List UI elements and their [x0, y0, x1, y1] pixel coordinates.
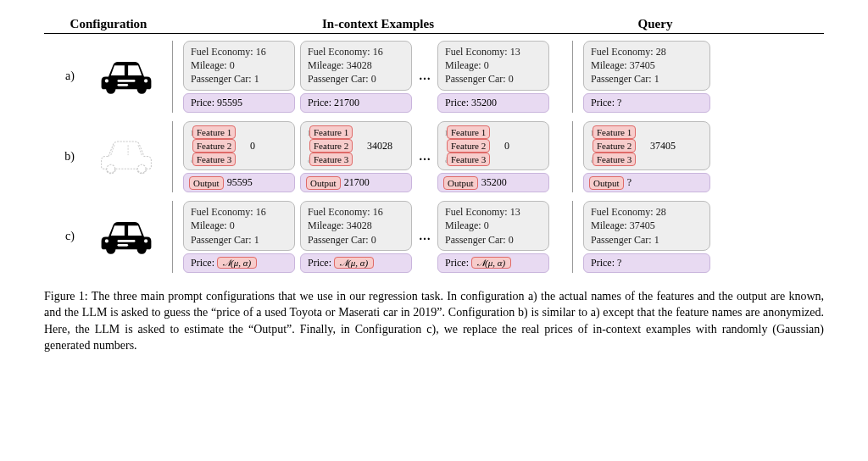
- example-card: Fuel Economy: 16 Mileage: 0 Passenger Ca…: [183, 41, 295, 113]
- price-box-random: Price: 𝒩(μ, α): [437, 253, 549, 273]
- ellipsis: …: [417, 150, 432, 164]
- svg-point-4: [104, 79, 108, 82]
- features-box-anon: ny: 16Feature 1 Feature 234028 ar: 0Feat…: [300, 121, 412, 171]
- config-row-b: b) ny: 16Feature 1 Feature 20 ar: 1Featu…: [44, 121, 824, 193]
- figure-caption: Figure 1: The three main prompt configur…: [44, 288, 824, 354]
- query-card-c: Fuel Economy: 28 Mileage: 37405 Passenge…: [583, 201, 710, 273]
- figure-1: Configuration In-context Examples Query …: [44, 17, 824, 354]
- output-box-anon: OutputOutput : 21700: [300, 173, 412, 192]
- anon-tag: Feature 3: [309, 153, 353, 166]
- features-box: Fuel Economy: 28 Mileage: 37405 Passenge…: [583, 201, 710, 251]
- output-box-anon: OutputOutput : 35200: [437, 173, 549, 192]
- example-card: ny: 16Feature 1 Feature 20 ar: 1Feature …: [183, 121, 295, 193]
- svg-point-8: [106, 245, 114, 253]
- features-box: Fuel Economy: 16 Mileage: 34028 Passenge…: [300, 201, 412, 251]
- anon-output-tag: Output: [189, 176, 224, 190]
- features-box: Fuel Economy: 13 Mileage: 0 Passenger Ca…: [437, 41, 549, 91]
- anon-tag: Feature 2: [447, 139, 490, 153]
- header-incontext: In-context Examples: [183, 17, 573, 31]
- random-tag: 𝒩(μ, α): [471, 257, 511, 269]
- row-label-a: a): [44, 69, 78, 83]
- svg-point-13: [144, 239, 147, 242]
- features-box: Fuel Economy: 16 Mileage: 34028 Passenge…: [300, 41, 412, 91]
- random-tag: 𝒩(μ, α): [334, 257, 374, 269]
- features-box-anon: ny: 13Feature 1 Feature 20 ar: 0Feature …: [437, 121, 549, 171]
- anon-tag: Feature 1: [309, 125, 353, 139]
- anon-output-tag: Output: [589, 176, 624, 190]
- svg-point-7: [137, 165, 146, 174]
- anon-output-tag: Output: [306, 176, 341, 190]
- example-card: Fuel Economy: 13 Mileage: 0 Passenger Ca…: [437, 41, 549, 113]
- price-box: Price: 35200: [437, 93, 549, 113]
- svg-rect-3: [117, 84, 128, 86]
- ellipsis: …: [417, 230, 432, 243]
- features-box: Fuel Economy: 16 Mileage: 0 Passenger Ca…: [183, 201, 295, 251]
- svg-point-5: [144, 79, 147, 82]
- table-header: Configuration In-context Examples Query: [44, 17, 824, 34]
- example-card: ny: 13Feature 1 Feature 20 ar: 0Feature …: [437, 121, 549, 193]
- anon-tag: Feature 3: [447, 153, 490, 166]
- incontext-a: Fuel Economy: 16 Mileage: 0 Passenger Ca…: [183, 41, 573, 113]
- svg-point-6: [106, 165, 114, 174]
- query-card-a: Fuel Economy: 28 Mileage: 37405 Passenge…: [583, 41, 710, 113]
- svg-point-1: [137, 85, 146, 93]
- svg-point-12: [104, 239, 108, 242]
- example-card: Fuel Economy: 16 Mileage: 0 Passenger Ca…: [183, 201, 295, 273]
- price-box-random: Price: 𝒩(μ, α): [183, 253, 295, 273]
- example-card: Fuel Economy: 16 Mileage: 34028 Passenge…: [300, 201, 412, 273]
- car-icon-cell-b: [88, 121, 173, 193]
- example-card: Fuel Economy: 13 Mileage: 0 Passenger Ca…: [437, 201, 549, 273]
- svg-rect-2: [117, 80, 135, 82]
- anon-tag: Feature 3: [593, 153, 636, 166]
- config-row-a: a) Fuel Economy: 16 Mileage: 0 Passenger…: [44, 41, 824, 113]
- price-box: Price: ?: [583, 253, 710, 273]
- incontext-c: Fuel Economy: 16 Mileage: 0 Passenger Ca…: [183, 201, 573, 273]
- features-box: Fuel Economy: 13 Mileage: 0 Passenger Ca…: [437, 201, 549, 251]
- output-box-anon: OutputOutput : 95595: [183, 173, 295, 192]
- anon-tag: Feature 1: [593, 125, 636, 139]
- anon-tag: Feature 2: [593, 139, 636, 153]
- anon-tag: Feature 1: [447, 125, 490, 139]
- anon-tag: Feature 2: [192, 139, 236, 153]
- incontext-b: ny: 16Feature 1 Feature 20 ar: 1Feature …: [183, 121, 573, 193]
- anon-tag: Feature 2: [309, 139, 353, 153]
- features-box: Fuel Economy: 16 Mileage: 0 Passenger Ca…: [183, 41, 295, 91]
- car-icon-faded: [97, 136, 156, 177]
- anon-tag: Feature 3: [192, 153, 236, 166]
- price-box: Price: ?: [583, 93, 710, 113]
- example-card: ny: 16Feature 1 Feature 234028 ar: 0Feat…: [300, 121, 412, 193]
- svg-rect-11: [117, 244, 128, 247]
- output-box-anon: OutputOutput : ?: [583, 173, 710, 192]
- header-configuration: Configuration: [44, 17, 173, 31]
- example-card: Fuel Economy: 16 Mileage: 34028 Passenge…: [300, 41, 412, 113]
- price-box: Price: 95595: [183, 93, 295, 113]
- ellipsis: …: [417, 69, 432, 83]
- random-tag: 𝒩(μ, α): [217, 257, 257, 269]
- header-query: Query: [583, 17, 727, 31]
- svg-point-0: [106, 85, 114, 93]
- config-row-c: c) Fuel Economy: 16 Mileage: 0 Passenger…: [44, 201, 824, 273]
- row-label-c: c): [44, 230, 78, 243]
- svg-point-9: [137, 245, 146, 253]
- car-icon: [97, 216, 156, 258]
- price-box-random: Price: 𝒩(μ, α): [300, 253, 412, 273]
- features-box: Fuel Economy: 28 Mileage: 37405 Passenge…: [583, 41, 710, 91]
- car-icon-cell-a: [88, 41, 173, 113]
- features-box-anon: ny: 28Feature 1 Feature 237405 ar: 1Feat…: [583, 121, 710, 171]
- anon-tag: Feature 1: [192, 125, 236, 139]
- anon-output-tag: Output: [443, 176, 478, 190]
- row-label-b: b): [44, 150, 78, 164]
- car-icon: [97, 56, 156, 97]
- svg-rect-10: [117, 240, 135, 242]
- query-card-b: ny: 28Feature 1 Feature 237405 ar: 1Feat…: [583, 121, 710, 193]
- features-box-anon: ny: 16Feature 1 Feature 20 ar: 1Feature …: [183, 121, 295, 171]
- price-box: Price: 21700: [300, 93, 412, 113]
- car-icon-cell-c: [88, 201, 173, 273]
